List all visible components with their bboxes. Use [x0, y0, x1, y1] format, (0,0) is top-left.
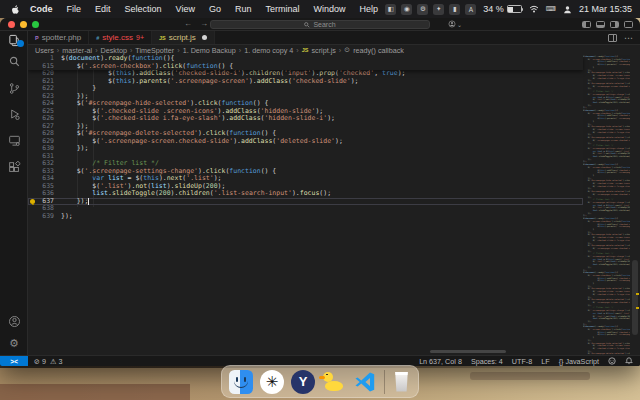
code-line-639[interactable]: 639});	[28, 213, 583, 221]
apple-menu-icon[interactable]	[8, 4, 23, 15]
editor-more-actions-icon[interactable]: ⋯	[624, 34, 633, 42]
code-line-624[interactable]: 624 $('#screenpage-hide-selected').click…	[28, 100, 583, 108]
breadcrumb-item[interactable]: Users	[35, 46, 54, 55]
account-icon[interactable]	[0, 312, 28, 330]
toggle-primary-sidebar-icon[interactable]	[582, 21, 591, 28]
split-editor-icon[interactable]	[608, 34, 617, 42]
dock-vscode-icon[interactable]	[353, 370, 377, 394]
window-titlebar[interactable]: ← → Search ⌄	[0, 18, 640, 31]
dock-trash-icon[interactable]	[394, 372, 409, 392]
tab-style-css[interactable]: #style.css9+	[89, 31, 152, 44]
code-line-620[interactable]: 620 $(this).addClass('checked-slide-i').…	[28, 70, 583, 78]
tab-script-js[interactable]: JSscript.js	[152, 31, 215, 44]
problems-indicator[interactable]: ⊘ 9 ⚠ 3	[34, 357, 62, 366]
menubar-app-icon-1[interactable]: ◧	[385, 4, 396, 15]
code-line-627[interactable]: 627 });	[28, 123, 583, 131]
code-line-625[interactable]: 625 $('.checked-slide .screen-icons').ad…	[28, 108, 583, 116]
code-line-636[interactable]: 636 list.slideToggle(200).children('.lis…	[28, 190, 583, 198]
breadcrumb[interactable]: Users›master-al›Desktop›TimeSpotter›1. D…	[28, 45, 640, 55]
menu-item-terminal[interactable]: Terminal	[258, 4, 306, 14]
dock-chatgpt-icon[interactable]: ✳	[260, 370, 284, 394]
code-line-634[interactable]: 634 var list = $(this).next('.list');	[28, 175, 583, 183]
user-menu-icon[interactable]	[563, 5, 572, 14]
command-center-search[interactable]: Search	[210, 20, 430, 29]
code-line-638[interactable]: 638	[28, 205, 583, 213]
breadcrumb-item[interactable]: Desktop	[101, 46, 127, 55]
customize-layout-icon[interactable]	[624, 21, 633, 28]
code-line-1[interactable]: 1$(document).ready(function(){	[28, 55, 583, 63]
code-line-621[interactable]: 621 $(this).parents('.screenpage-screen'…	[28, 78, 583, 86]
breadcrumb-file[interactable]: script.js	[311, 46, 335, 55]
menu-item-go[interactable]: Go	[202, 4, 228, 14]
menu-bar-clock[interactable]: 21 Mar 15:35	[579, 4, 632, 14]
menu-item-selection[interactable]: Selection	[118, 4, 169, 14]
settings-gear-icon[interactable]: ⚙	[0, 334, 28, 352]
menubar-app-icon-5[interactable]: ▮	[449, 4, 460, 15]
code-line-635[interactable]: 635 $('.list').not(list).slideUp(200);	[28, 183, 583, 191]
zoom-window-button[interactable]	[32, 21, 39, 28]
tab-modified-dot[interactable]	[202, 35, 207, 40]
dock-yandex-icon[interactable]: Y	[291, 370, 315, 394]
minimap[interactable]: $(document).ready(function(){ $('.screen…	[583, 55, 630, 355]
code-line-622[interactable]: 622 }	[28, 85, 583, 93]
menu-item-help[interactable]: Help	[352, 4, 385, 14]
menubar-app-icon-2[interactable]: ◉	[401, 4, 412, 15]
account-menu-icon[interactable]: ⌄	[448, 20, 462, 28]
code-line-615[interactable]: 615 $('.screen-checkbox').click(function…	[28, 63, 583, 71]
remote-indicator[interactable]: ><	[0, 356, 28, 366]
sidebar-item-run-and-debug[interactable]	[0, 105, 28, 123]
navigate-back-icon[interactable]: ←	[184, 19, 192, 28]
menubar-app-icon-6[interactable]: A	[465, 4, 476, 15]
sidebar-item-remote-explorer[interactable]	[0, 131, 28, 149]
breadcrumb-item[interactable]: TimeSpotter	[135, 46, 174, 55]
code-editor[interactable]: 620 $(this).addClass('checked-slide-i').…	[28, 55, 640, 355]
code-line-629[interactable]: 629 $('.screenpage-screen.checked-slide'…	[28, 138, 583, 146]
sidebar-item-explorer[interactable]	[0, 31, 28, 49]
menu-item-edit[interactable]: Edit	[88, 4, 118, 14]
menu-item-code[interactable]: Code	[23, 4, 60, 14]
menu-item-window[interactable]: Window	[306, 4, 352, 14]
notifications-bell-icon[interactable]	[625, 357, 633, 365]
code-line-633[interactable]: 633 $('.screenpage-settings-change').cli…	[28, 168, 583, 176]
sidebar-item-extensions[interactable]	[0, 158, 28, 176]
toggle-panel-icon[interactable]	[596, 21, 605, 28]
minimize-window-button[interactable]	[20, 21, 27, 28]
encoding-setting[interactable]: UTF-8	[512, 357, 532, 366]
breadcrumb-symbol[interactable]: ready() callback	[353, 46, 404, 55]
breadcrumb-item[interactable]: 1. Demo Backup	[183, 46, 236, 55]
code-line-637[interactable]: 637 });	[28, 198, 583, 206]
menu-item-view[interactable]: View	[169, 4, 202, 14]
code-line-626[interactable]: 626 $('.checked-slide i.fa-eye-slash').a…	[28, 115, 583, 123]
eol-setting[interactable]: LF	[541, 357, 549, 366]
code-line-632[interactable]: 632 /* Filter list */	[28, 160, 583, 168]
menubar-app-icon-4[interactable]: ✦	[433, 4, 444, 15]
code-line-623[interactable]: 623 });	[28, 93, 583, 101]
breadcrumb-item[interactable]: master-al	[62, 46, 92, 55]
vertical-scrollbar[interactable]	[630, 55, 640, 355]
tab-spotter-php[interactable]: Pspotter.php	[28, 31, 89, 44]
code-line-628[interactable]: 628 $('#screenpage-delete-selected').cli…	[28, 130, 583, 138]
sidebar-item-source-control[interactable]	[0, 79, 28, 97]
language-mode[interactable]: {} JavaScript	[559, 357, 599, 366]
horizontal-scrollbar-thumb[interactable]	[430, 350, 506, 354]
code-line-631[interactable]: 631	[28, 153, 583, 161]
dock-finder-icon[interactable]	[229, 370, 253, 394]
menu-item-file[interactable]: File	[60, 4, 89, 14]
toggle-secondary-sidebar-icon[interactable]	[610, 21, 619, 28]
wifi-icon[interactable]	[529, 5, 539, 13]
lightbulb-icon[interactable]	[30, 199, 35, 204]
breadcrumb-item[interactable]: 1. demo copy 4	[244, 46, 293, 55]
menu-item-run[interactable]: Run	[228, 4, 259, 14]
navigate-forward-icon[interactable]: →	[200, 19, 208, 28]
sidebar-item-search[interactable]	[0, 52, 28, 70]
feedback-smiley-icon[interactable]	[608, 357, 616, 365]
input-source-icon[interactable]: ⌨	[546, 5, 556, 13]
close-window-button[interactable]	[8, 21, 15, 28]
battery-indicator[interactable]: 34 %	[483, 4, 522, 14]
menubar-app-icon-3[interactable]: ⚙	[417, 4, 428, 15]
cursor-position[interactable]: Ln 637, Col 8	[419, 357, 462, 366]
code-line-630[interactable]: 630 });	[28, 145, 583, 153]
scrollbar-thumb[interactable]	[632, 260, 638, 335]
indentation-setting[interactable]: Spaces: 4	[471, 357, 503, 366]
dock-cyberduck-icon[interactable]	[322, 370, 346, 394]
